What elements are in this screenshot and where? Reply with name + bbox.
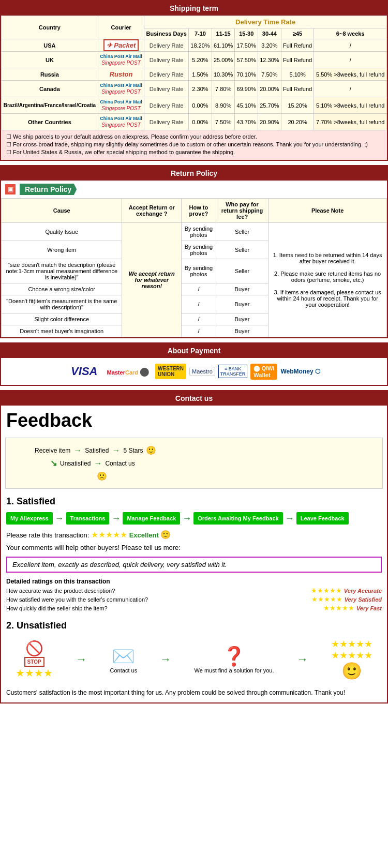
canada-1115: 7.80%: [212, 81, 235, 97]
uk-1530: 57.50%: [235, 52, 258, 68]
brazil-1530: 45.10%: [235, 97, 258, 114]
usa-1115: 61.10%: [212, 39, 235, 52]
detailed-ratings: Detailed ratings on this transaction How…: [1, 576, 387, 617]
russia-3044: 7.50%: [258, 68, 281, 81]
russia-710: 1.50%: [189, 68, 212, 81]
note-2: 2. Please make sure retuned items has no…: [274, 271, 381, 283]
col-45: ≥45: [281, 28, 314, 39]
step-leave-feedback[interactable]: Leave Feedback: [296, 512, 349, 525]
unsatisfied-flow: 🚫 STOP ★★★★ → ✉️ Contact us → ❓ We must …: [1, 633, 387, 686]
email-icon: ✉️: [112, 646, 135, 667]
country-header: Country: [2, 16, 98, 39]
step-arrow-3: →: [182, 513, 191, 524]
other-1530: 43.70%: [235, 114, 258, 130]
prove-imagination: /: [182, 325, 216, 337]
col-who-pays: Who pay for return shipping fee?: [216, 199, 268, 223]
happy-smiley: 🙂: [146, 445, 156, 455]
note-2: ☐ For cross-broad trade, shipping may sl…: [6, 141, 382, 148]
happy-end-block: ★★★★★ ★★★★★ 🙂: [331, 638, 372, 681]
western-union-logo: WESTERNUNION: [155, 364, 186, 379]
arrow-2: →: [112, 446, 120, 455]
prove-quality: By sending photos: [182, 223, 216, 241]
shipping-table: Country Courier Delivery Time Rate Busin…: [1, 16, 387, 130]
payment-header: About Payment: [1, 343, 387, 358]
rate-text: Please rate this transaction:: [6, 531, 89, 539]
mastercard-logo: MasterCard ⬤: [103, 365, 152, 378]
col-how-to-prove: How to prove?: [182, 199, 216, 223]
col-please-note: Please Note: [268, 199, 387, 223]
usa-68: /: [314, 39, 387, 52]
excellent-smiley: 🙂: [160, 530, 171, 539]
cause-imagination: Doesn't meet buyer's imagination: [2, 325, 122, 337]
courier-other: China Post Air Mail Singapore POST: [98, 114, 144, 130]
step-arrow-1: →: [55, 513, 64, 524]
delivery-time-header: Delivery Time Rate: [144, 16, 387, 28]
dr-russia: Delivery Rate: [144, 68, 189, 81]
cause-wrong-size: Choose a wrong size/color: [2, 283, 122, 295]
return-notes-cell: 1. Items need to be returned within 14 d…: [268, 223, 387, 337]
pays-size: Seller: [216, 259, 268, 283]
other-710: 0.00%: [189, 114, 212, 130]
col-7-10: 7-10: [189, 28, 212, 39]
shipping-notes: ☐ We ship parcels to your default addres…: [1, 130, 387, 160]
return-title-text: Return Policy: [20, 184, 77, 195]
rating-label-3: How quickly did the seller ship the item…: [6, 605, 323, 611]
canada-45: Full Refund: [281, 81, 314, 97]
bank-transfer-logo: ≡ BANKTRANSFER: [218, 365, 248, 378]
country-russia: Russia: [2, 68, 98, 81]
table-row: Canada China Post Air Mail Singapore POS…: [2, 81, 387, 97]
comment-text: Your comments will help other buyers! Pl…: [6, 544, 181, 551]
russia-45: 5.10%: [281, 68, 314, 81]
step-manage-feedback[interactable]: Manage Feedback: [123, 512, 180, 525]
high-stars: ★★★★★: [331, 638, 372, 650]
rating-qual-1: Very Accurate: [344, 588, 382, 594]
return-icon: ▣: [5, 184, 16, 194]
step-my-aliexpress[interactable]: My Aliexpress: [6, 512, 53, 525]
table-row: UK China Post Air Mail Singapore POST De…: [2, 52, 387, 68]
canada-710: 2.30%: [189, 81, 212, 97]
ef-logo-other: China Post Air Mail Singapore POST: [100, 116, 142, 128]
pays-imagination: Buyer: [216, 325, 268, 337]
cause-wrong-item: Wrong item: [2, 241, 122, 259]
qiwi-logo: ⬤ QIWIWallet: [250, 364, 277, 380]
usa-710: 18.20%: [189, 39, 212, 52]
other-3044: 20.90%: [258, 114, 281, 130]
dr-canada: Delivery Rate: [144, 81, 189, 97]
step-orders-awaiting[interactable]: Orders Awaiting My Feedback: [193, 512, 283, 525]
return-table: Cause Accept Return or exchange ? How to…: [1, 198, 387, 337]
table-row: Quality Issue We accept return for whate…: [2, 223, 387, 241]
canada-3044: 20.00%: [258, 81, 281, 97]
courier-russia: Ruston: [98, 68, 144, 81]
email-block: ✉️ Contact us: [110, 646, 138, 674]
cause-size: "size doesn't match the description (ple…: [2, 259, 122, 283]
table-row: Russia Ruston Delivery Rate 1.50% 10.30%…: [2, 68, 387, 81]
step-transactions[interactable]: Transactions: [66, 512, 110, 525]
usa-1530: 17.50%: [235, 39, 258, 52]
contact-us-text: Contact us: [105, 460, 135, 467]
pays-doesnt-fit: Buyer: [216, 295, 268, 313]
question-icon: ❓: [222, 646, 246, 667]
courier-canada: China Post Air Mail Singapore POST: [98, 81, 144, 97]
unsatisfied-arrow-3: →: [297, 653, 308, 666]
pays-wrong-size: Buyer: [216, 283, 268, 295]
courier-usa: ✈ Packet: [98, 39, 144, 52]
arrow-4: →: [94, 459, 102, 468]
country-usa: USA: [2, 39, 98, 52]
stop-sign-icon: STOP: [24, 657, 44, 667]
high-stars-2: ★★★★★: [331, 650, 372, 661]
col-6-8-weeks: 6~8 weeks: [314, 28, 387, 39]
low-stars: ★★★★: [16, 667, 53, 679]
contact-us-label: Contact us: [110, 667, 138, 674]
shipping-header: Shipping term: [1, 1, 387, 16]
no-sign-icon: 🚫: [25, 640, 43, 657]
rating-row-2: How satisfied were you with the seller's…: [6, 595, 382, 603]
uk-1115: 25.00%: [212, 52, 235, 68]
dr-uk: Delivery Rate: [144, 52, 189, 68]
example-text: Excellent item, exactly as described, qu…: [12, 561, 227, 568]
dr-brazil: Delivery Rate: [144, 97, 189, 114]
pays-wrong-item: Seller: [216, 241, 268, 259]
rate-row: Please rate this transaction: ★★★★★ Exce…: [1, 528, 387, 542]
brazil-710: 0.00%: [189, 97, 212, 114]
ef-logo-uk: China Post Air Mail Singapore POST: [100, 54, 142, 66]
dr-other: Delivery Rate: [144, 114, 189, 130]
